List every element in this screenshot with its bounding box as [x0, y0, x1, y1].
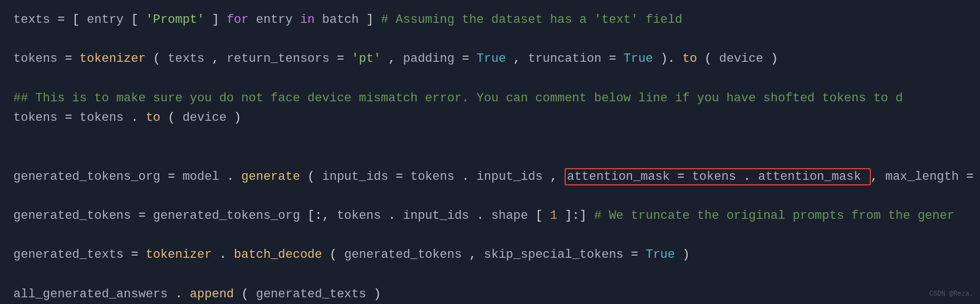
token: =: [168, 170, 182, 184]
token: ,: [469, 248, 484, 262]
token: (: [704, 52, 712, 66]
token: tokens: [13, 52, 57, 66]
token: append: [190, 287, 234, 301]
token: ,: [212, 52, 226, 66]
token: batch: [322, 13, 359, 27]
token: (: [241, 287, 248, 301]
token: True: [645, 248, 675, 262]
token: [:,: [307, 209, 337, 223]
code-line-1: texts = [ entry [ 'Prompt' ] for entry i…: [13, 10, 967, 30]
attention-mask-highlight: attention_mask = tokens . attention_mask: [565, 168, 870, 185]
watermark: CSDN @Reza.: [929, 289, 973, 300]
token: # We truncate the original prompts from …: [594, 209, 954, 223]
code-line-13: generated_texts = tokenizer . batch_deco…: [13, 245, 967, 264]
token: 'Prompt': [146, 13, 205, 27]
token: ).: [660, 52, 675, 66]
token: .: [227, 170, 234, 184]
token: ): [771, 52, 778, 66]
empty-line: [13, 264, 967, 284]
token: ]:]: [565, 209, 594, 223]
empty-line: [13, 187, 967, 206]
token: .: [462, 170, 469, 184]
token: attention_mask: [567, 170, 670, 184]
token: padding: [403, 52, 454, 66]
token: tokens: [80, 111, 124, 125]
token: for: [227, 13, 256, 27]
token: True: [477, 52, 506, 66]
token: truncation: [528, 52, 601, 66]
token: .: [219, 248, 227, 262]
token: ## This is to make sure you do not face …: [13, 91, 903, 105]
token: generated_tokens_org: [153, 209, 300, 223]
token: generated_texts: [13, 248, 124, 262]
token: ,: [388, 52, 403, 66]
code-line-15: all_generated_answers . append ( generat…: [13, 285, 967, 304]
token: =: [65, 52, 79, 66]
token: texts: [168, 52, 204, 66]
code-container: texts = [ entry [ 'Prompt' ] for entry i…: [0, 0, 980, 304]
token: device: [183, 111, 227, 125]
empty-line: [13, 30, 967, 49]
code-line-9: generated_tokens_org = model . generate …: [13, 167, 967, 187]
token: (: [153, 52, 160, 66]
token: shape: [491, 209, 528, 223]
token: texts: [13, 13, 50, 27]
token: (: [168, 111, 175, 125]
token: input_ids: [322, 170, 389, 184]
token: batch_decode: [234, 248, 322, 262]
token: generated_tokens: [344, 248, 462, 262]
token: .: [388, 209, 395, 223]
token: skip_special_tokens: [484, 248, 624, 262]
token: to: [682, 52, 697, 66]
code-line-3: tokens = tokenizer ( texts , return_tens…: [13, 49, 967, 68]
token: ,: [871, 170, 885, 184]
token: 1: [550, 209, 557, 223]
token: .: [743, 170, 751, 184]
token: [: [535, 209, 542, 223]
token: model: [183, 170, 219, 184]
token: =: [677, 170, 684, 184]
code-line-11: generated_tokens = generated_tokens_org …: [13, 206, 967, 225]
token: =: [396, 170, 403, 184]
token: in: [300, 13, 322, 27]
token: # Assuming the dataset has a 'text' fiel…: [381, 13, 682, 27]
token: =: [57, 13, 72, 27]
token: entry: [256, 13, 293, 27]
token: =: [966, 170, 973, 184]
token: =: [65, 111, 79, 125]
token: generate: [241, 170, 300, 184]
token: max_length: [885, 170, 959, 184]
token: all_generated_answers: [13, 287, 168, 301]
token: (: [330, 248, 337, 262]
token: tokens: [410, 170, 454, 184]
token: ,: [550, 170, 565, 184]
token: generated_tokens: [13, 209, 131, 223]
token: attention_mask: [758, 170, 861, 184]
token: .: [175, 287, 182, 301]
token: ): [374, 287, 381, 301]
token: .: [477, 209, 484, 223]
token: .: [131, 111, 138, 125]
token: tokenizer: [146, 248, 212, 262]
token: [: [131, 13, 138, 27]
token: generated_tokens_org: [13, 170, 160, 184]
token: =: [609, 52, 616, 66]
token: ): [234, 111, 241, 125]
empty-line: [13, 128, 967, 147]
token: [: [72, 13, 80, 27]
token: =: [138, 209, 153, 223]
empty-line: [13, 147, 967, 166]
token: ,: [513, 52, 528, 66]
token: =: [131, 248, 145, 262]
token: device: [719, 52, 763, 66]
token: 'pt': [351, 52, 381, 66]
token: generated_texts: [256, 287, 366, 301]
token: to: [146, 111, 160, 125]
token: =: [631, 248, 638, 262]
token: tokens: [337, 209, 381, 223]
token: return_tensors: [227, 52, 330, 66]
token: True: [624, 52, 653, 66]
token: ]: [212, 13, 219, 27]
token: ): [682, 248, 689, 262]
empty-line: [13, 69, 967, 89]
